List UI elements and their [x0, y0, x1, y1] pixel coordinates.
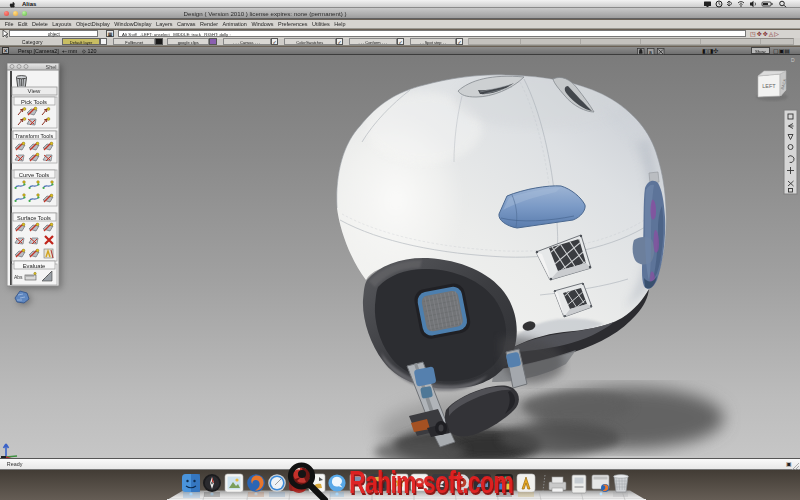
svg-text:Evaluate: Evaluate	[23, 263, 46, 269]
svg-text:Curve Tools: Curve Tools	[19, 172, 50, 178]
svg-text:View: View	[28, 88, 42, 94]
svg-text:D: D	[791, 57, 795, 63]
svg-text:Surface Tools: Surface Tools	[17, 215, 51, 221]
svg-text:a: a	[649, 48, 652, 54]
svg-text:Transform Tools: Transform Tools	[15, 133, 54, 139]
svg-text:Shel: Shel	[45, 64, 56, 70]
svg-text:Pick Tools: Pick Tools	[21, 99, 47, 105]
svg-text:LEFT: LEFT	[762, 83, 776, 89]
svg-text:Abs: Abs	[14, 274, 23, 280]
